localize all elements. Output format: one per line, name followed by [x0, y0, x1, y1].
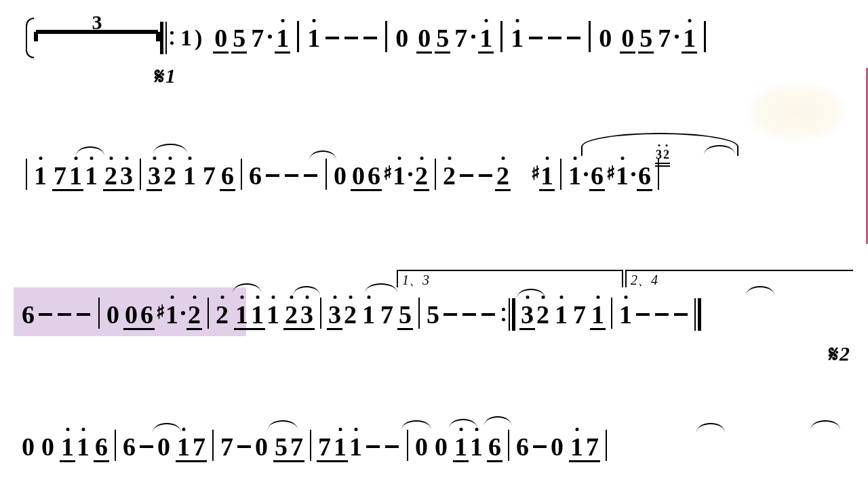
- tie: [449, 419, 477, 432]
- sustain: [567, 37, 580, 39]
- dotted: [408, 172, 412, 176]
- note: 0: [157, 434, 170, 460]
- note: 3: [300, 302, 313, 327]
- tie: [704, 145, 735, 159]
- barline: [500, 21, 502, 52]
- note: 3: [328, 302, 341, 327]
- barline: [611, 298, 612, 329]
- sustain: [237, 445, 251, 448]
- dotted: [181, 311, 185, 315]
- note: 2: [188, 302, 201, 327]
- note: 6: [221, 163, 234, 188]
- note: 1: [555, 302, 568, 327]
- sustain: [479, 174, 492, 177]
- sustain: [266, 174, 279, 177]
- barline: [560, 159, 561, 190]
- sustain: [460, 174, 473, 177]
- barline: [140, 159, 141, 190]
- dotted: [471, 35, 475, 39]
- sustain: [39, 313, 52, 316]
- note: 1: [362, 302, 375, 327]
- note: 1: [619, 302, 632, 327]
- barline: [385, 21, 387, 52]
- watermark: [746, 81, 848, 142]
- note: 0: [418, 25, 431, 51]
- paren-close: ): [195, 26, 202, 49]
- note: 5: [436, 25, 449, 51]
- note: 7: [658, 25, 671, 51]
- sharp: ♯: [156, 301, 165, 323]
- note: 1: [511, 25, 524, 51]
- barline: [297, 21, 299, 52]
- sustain: [481, 313, 495, 316]
- note: 5: [399, 302, 412, 327]
- note: 0: [41, 434, 54, 460]
- note: 0: [551, 434, 564, 460]
- sharp: ♯: [383, 162, 393, 184]
- note: 1: [34, 163, 47, 188]
- volta-label: 2、4: [631, 271, 658, 289]
- note: 0: [352, 163, 365, 188]
- note: 6: [140, 302, 153, 327]
- note: 6: [22, 302, 35, 327]
- note: 5: [275, 434, 288, 460]
- note: 0: [22, 434, 35, 460]
- sustain: [285, 174, 298, 177]
- barline: [435, 159, 436, 190]
- tuplet-bracket: 3: [36, 30, 158, 35]
- note: 1: [616, 163, 629, 188]
- note: 7: [54, 163, 66, 188]
- note: 1: [235, 302, 248, 327]
- note: 2: [344, 302, 357, 327]
- note: 1: [85, 163, 98, 188]
- barline: [98, 298, 100, 329]
- note: 6: [488, 434, 501, 460]
- barline: [508, 430, 509, 461]
- tie: [484, 416, 511, 430]
- barline: [418, 298, 420, 329]
- volta-first: 1、3: [397, 270, 623, 287]
- note: 7: [454, 25, 467, 51]
- barline: [115, 430, 116, 461]
- note: 1: [61, 434, 74, 460]
- note: 2: [216, 302, 229, 327]
- final-double-bar: [694, 298, 701, 331]
- dotted: [675, 35, 679, 39]
- barline: [326, 159, 327, 190]
- music-line-2: 1 7 1 1 2 3 3 2 1 7 6 6 0 0 6 ♯ 1 2 2 2: [20, 160, 859, 191]
- note: 1: [570, 434, 583, 460]
- dotted: [268, 35, 272, 39]
- sustain: [344, 37, 358, 39]
- note: 6: [123, 434, 136, 460]
- sharp: ♯: [606, 162, 616, 184]
- note: 6: [368, 163, 380, 188]
- note: 1: [683, 25, 696, 51]
- barline: [26, 159, 27, 190]
- tuplet-number: 3: [92, 11, 102, 34]
- barline: [606, 430, 607, 461]
- note: 1: [334, 434, 347, 460]
- sustain: [529, 37, 542, 39]
- note: 1: [591, 302, 604, 327]
- note: 0: [599, 25, 612, 51]
- note: 3: [120, 163, 133, 188]
- barline: [704, 21, 706, 52]
- note: 7: [573, 302, 586, 327]
- note: 0: [255, 434, 268, 460]
- note: 2: [285, 302, 298, 327]
- note: 6: [516, 434, 529, 460]
- barline: [241, 159, 242, 190]
- note: 1: [267, 302, 279, 327]
- note: 7: [203, 163, 216, 188]
- note: 0: [334, 163, 347, 188]
- sustain: [326, 37, 339, 39]
- note: 1: [568, 163, 581, 188]
- note: 2: [104, 163, 117, 188]
- sustain: [443, 313, 457, 316]
- note: 7: [193, 434, 205, 460]
- note: 1: [183, 163, 196, 188]
- note: 7: [380, 302, 393, 327]
- sustain: [304, 174, 317, 177]
- sharp: ♯: [531, 162, 540, 184]
- sustain: [58, 313, 71, 316]
